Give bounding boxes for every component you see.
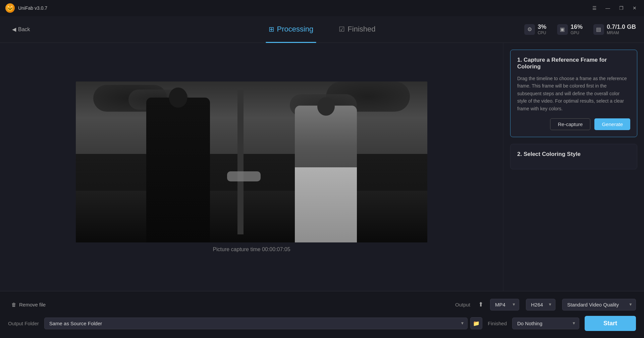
- format-select-wrapper: MP4 MKV AVI MOV ▼: [490, 299, 519, 311]
- nav-tabs: ⊞ Processing ☑ Finished: [266, 16, 378, 43]
- finished-label: Finished: [488, 321, 507, 326]
- cpu-label: CPU: [538, 31, 546, 35]
- coloring-style-title: 2. Select Coloring Style: [517, 151, 630, 158]
- gpu-icon: ▣: [557, 24, 568, 35]
- remove-file-label: Remove file: [19, 302, 46, 307]
- codec-select[interactable]: H264 H265 AV1: [526, 299, 555, 311]
- app-title: UniFab v3.0.7: [18, 5, 47, 11]
- folder-path-select[interactable]: Same as Source Folder: [44, 318, 468, 329]
- pole: [237, 90, 244, 234]
- video-panel: Picture capture time 00:00:07:05: [0, 43, 503, 291]
- capture-section-title: 1. Capture a Reference Frame for Colorin…: [517, 57, 630, 70]
- recapture-button[interactable]: Re-capture: [550, 118, 590, 130]
- remove-file-button[interactable]: 🗑 Remove file: [8, 300, 49, 309]
- tab-finished[interactable]: ☑ Finished: [336, 16, 378, 43]
- hands: [227, 171, 261, 181]
- processing-icon: ⊞: [269, 25, 274, 33]
- cpu-icon: ⚙: [524, 24, 535, 35]
- mram-label: MRAM: [607, 31, 636, 35]
- codec-select-wrapper: H264 H265 AV1 ▼: [526, 299, 555, 311]
- bottom-bar: 🗑 Remove file Output ⬆ MP4 MKV AVI MOV ▼…: [0, 291, 644, 338]
- tab-processing-label: Processing: [277, 25, 314, 34]
- gpu-percent: 16%: [571, 23, 583, 31]
- folder-icon: 📁: [473, 320, 480, 327]
- capture-section-buttons: Re-capture Generate: [517, 118, 630, 130]
- bottom-row1: 🗑 Remove file Output ⬆ MP4 MKV AVI MOV ▼…: [8, 299, 636, 311]
- folder-path-select-wrapper: Same as Source Folder ▼: [44, 318, 468, 329]
- video-frame[interactable]: [76, 81, 427, 242]
- mram-icon: ▤: [593, 24, 604, 35]
- finished-select[interactable]: Do Nothing Shut Down Sleep Hibernate: [512, 318, 579, 329]
- figure-woman: [295, 106, 357, 242]
- main-content: Picture capture time 00:00:07:05 1. Capt…: [0, 43, 644, 291]
- cpu-percent: 3%: [538, 23, 546, 31]
- quality-select[interactable]: Standard Video Quality High Video Qualit…: [562, 299, 636, 311]
- folder-browse-button[interactable]: 📁: [470, 317, 482, 329]
- tab-finished-label: Finished: [347, 25, 375, 34]
- logo-emoji: 🐱: [7, 5, 13, 11]
- gpu-stat: ▣ 16% GPU: [557, 23, 583, 35]
- system-stats: ⚙ 3% CPU ▣ 16% GPU ▤ 0.7/1.0 GB MRAM: [524, 23, 636, 35]
- mram-stat: ▤ 0.7/1.0 GB MRAM: [593, 23, 636, 35]
- maximize-button[interactable]: ❐: [616, 3, 627, 13]
- window-controls: ☰ — ❐ ✕: [589, 0, 640, 16]
- cpu-stat: ⚙ 3% CPU: [524, 23, 546, 35]
- start-button[interactable]: Start: [585, 316, 636, 331]
- trash-icon: 🗑: [11, 302, 16, 307]
- close-button[interactable]: ✕: [629, 3, 640, 13]
- menu-button[interactable]: ☰: [589, 3, 600, 13]
- bottom-row2: Output Folder Same as Source Folder ▼ 📁 …: [8, 316, 636, 331]
- quality-select-wrapper: Standard Video Quality High Video Qualit…: [562, 299, 636, 311]
- format-select[interactable]: MP4 MKV AVI MOV: [490, 299, 519, 311]
- minimize-button[interactable]: —: [602, 3, 613, 13]
- output-folder-label: Output Folder: [8, 321, 39, 326]
- finished-icon: ☑: [339, 25, 345, 33]
- tab-processing[interactable]: ⊞ Processing: [266, 16, 316, 43]
- capture-section-desc: Drag the timeline to choose a frame as t…: [517, 75, 630, 112]
- back-icon: ◀: [12, 26, 16, 33]
- water-layer: [76, 191, 427, 242]
- mram-value: 0.7/1.0 GB: [607, 23, 636, 31]
- title-bar: 🐱 UniFab v3.0.7 ☰ — ❐ ✕: [0, 0, 644, 16]
- capture-time: Picture capture time 00:00:07:05: [213, 242, 290, 257]
- back-label: Back: [18, 26, 30, 33]
- app-logo: 🐱: [5, 3, 15, 13]
- video-background: [76, 81, 427, 242]
- upload-icon: ⬆: [478, 301, 483, 308]
- capture-section: 1. Capture a Reference Frame for Colorin…: [510, 50, 637, 137]
- back-button[interactable]: ◀ Back: [8, 24, 34, 35]
- output-label: Output: [455, 302, 470, 307]
- coloring-style-section: 2. Select Coloring Style: [510, 144, 637, 169]
- generate-button[interactable]: Generate: [594, 118, 630, 130]
- folder-path-wrapper: Same as Source Folder ▼ 📁: [44, 317, 483, 329]
- finished-select-wrapper: Do Nothing Shut Down Sleep Hibernate ▼: [512, 318, 579, 329]
- figure-man: [146, 98, 210, 242]
- right-panel: 1. Capture a Reference Frame for Colorin…: [503, 43, 644, 291]
- gpu-label: GPU: [571, 31, 583, 35]
- header: ◀ Back ⊞ Processing ☑ Finished ⚙ 3% CPU …: [0, 16, 644, 43]
